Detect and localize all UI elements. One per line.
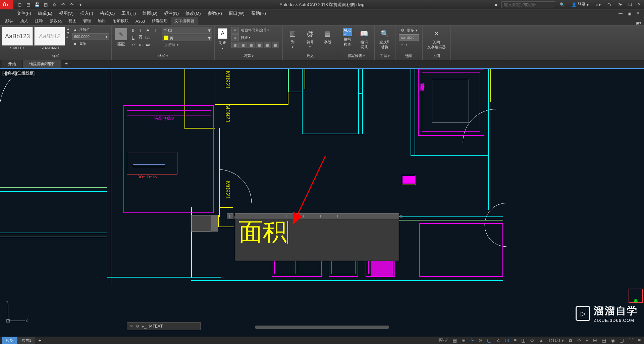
status-grid-icon[interactable]: ▦ (451, 338, 458, 343)
status-cycling-icon[interactable]: ⟳ (529, 338, 536, 343)
tab-view[interactable]: 视图 (65, 17, 80, 25)
bullet-icon[interactable]: ≡ (231, 27, 239, 34)
color-dropdown[interactable]: 黄 ▾ (162, 35, 212, 41)
spellcheck-button[interactable]: ABC✓ 拼写 检查 (340, 27, 355, 48)
status-lock-icon[interactable]: ▤ (600, 338, 607, 343)
viewport-label[interactable]: [-][俯视][二维线框] (1, 70, 36, 77)
close-editor-button[interactable]: ✕ 关闭 文字编辑器 (425, 27, 448, 51)
align-tr[interactable]: ▦ (248, 42, 255, 48)
linespace-icon[interactable]: I≡ (231, 34, 239, 41)
qa-new-icon[interactable]: ▢ (16, 1, 23, 8)
minimize-icon[interactable]: — (617, 1, 625, 7)
dictionary-button[interactable]: 📖 编辑 词典 (356, 27, 372, 51)
status-otrack-icon[interactable]: ⊡ (504, 338, 511, 343)
status-iso-icon[interactable]: ◇ (576, 338, 582, 343)
text-height-input[interactable]: 600.0000▾ (72, 33, 109, 40)
status-lineweight-icon[interactable]: ≡ (513, 338, 518, 343)
tab-output[interactable]: 输出 (95, 17, 109, 25)
layout-add-icon[interactable]: + (36, 338, 44, 344)
menu-draw[interactable]: 绘图(D) (139, 9, 161, 17)
status-transparency-icon[interactable]: ◫ (520, 338, 527, 343)
bold-button[interactable]: B (130, 27, 137, 34)
status-workspace-icon[interactable]: ⊞ (592, 338, 598, 343)
status-snap-icon[interactable]: ⊞ (460, 338, 467, 343)
menu-format[interactable]: 格式(O) (97, 9, 118, 17)
underline-button[interactable]: U (130, 34, 137, 41)
ribbon-minimize-icon[interactable]: ▣▾ (636, 21, 641, 25)
font-dropdown[interactable]: ᵀᴬ txt ▾ (162, 27, 212, 34)
align-mr[interactable]: ▦ (272, 42, 279, 48)
ucs-icon[interactable]: Y X (5, 301, 28, 324)
case-button[interactable]: Aa (145, 42, 151, 48)
style-preview-2[interactable]: AaBb12 (34, 27, 65, 46)
search-icon[interactable]: 🔍 (558, 2, 567, 7)
tab-addins[interactable]: 附加模块 (109, 17, 132, 25)
drawing-canvas[interactable]: [-][俯视][二维线框] 液晶电视墙 BO+TD+TP M0921 M0921… (0, 69, 644, 338)
group-tools-label[interactable]: 工具 (377, 53, 393, 59)
status-clean-icon[interactable]: ▢ (618, 338, 625, 343)
tab-default[interactable]: 默认 (2, 17, 17, 25)
mtext-editor[interactable]: L ◇ 面积 (235, 213, 399, 261)
cart-icon[interactable]: ⬡ (605, 2, 613, 7)
tab-annotate[interactable]: 注释 (32, 17, 46, 25)
status-osnap-icon[interactable]: ▢ (486, 338, 493, 343)
status-model[interactable]: 模型 (437, 337, 449, 343)
align-tl[interactable]: ▦ (231, 42, 239, 48)
qa-plot-icon[interactable]: ⎙ (51, 1, 58, 8)
menu-parametric[interactable]: 参数(P) (204, 9, 225, 17)
qa-undo-icon[interactable]: ↶ (60, 1, 66, 8)
status-gear-icon[interactable]: ✿ (567, 338, 574, 343)
doc-minimize-icon[interactable]: — (616, 10, 625, 17)
tab-a360[interactable]: A360 (132, 18, 148, 25)
menu-window[interactable]: 窗口(W) (225, 9, 248, 17)
subscript-button[interactable]: X₂ (137, 42, 144, 48)
status-hwaccel-icon[interactable]: ◉ (609, 338, 616, 343)
menu-dimension[interactable]: 标注(N) (161, 9, 182, 17)
annotative-toggle[interactable]: ▲注释性 (72, 27, 109, 32)
qa-saveas-icon[interactable]: ▤ (42, 1, 49, 8)
clear-button[interactable]: ◫清除 ▾ (162, 42, 212, 47)
font-icon[interactable]: T (152, 27, 159, 34)
menu-modify[interactable]: 修改(M) (182, 9, 204, 17)
match-button[interactable]: ✎ 匹配 (114, 27, 128, 48)
italic-button[interactable]: I (137, 27, 144, 34)
stacked-button[interactable]: b/a (145, 34, 151, 41)
menu-file[interactable]: 文件(F) (13, 9, 35, 17)
horizontal-scrollbar[interactable] (0, 325, 644, 330)
status-polar-icon[interactable]: ⊙ (477, 338, 484, 343)
doc-restore-icon[interactable]: ▣ (625, 10, 633, 17)
style-expand[interactable]: ≡ (66, 36, 70, 39)
justify-button[interactable]: A 对正▾ (217, 27, 229, 51)
layout-model-tab[interactable]: 模型 (2, 337, 17, 344)
align-mc[interactable]: ▦ (264, 42, 271, 48)
group-format-label[interactable]: 格式 (114, 53, 212, 59)
superscript-button[interactable]: X² (130, 42, 137, 48)
login-button[interactable]: 👤 登录 ▾ (570, 2, 591, 7)
search-input[interactable] (501, 1, 555, 8)
close-icon[interactable]: ✕ (635, 1, 643, 7)
qa-dropdown-icon[interactable]: ▾ (77, 1, 84, 8)
undo-redo[interactable]: ↶ ↷ (399, 42, 419, 48)
tab-text-editor[interactable]: 文字编辑器 (171, 17, 198, 25)
group-spelling-label[interactable]: 拼写检查 (340, 53, 372, 59)
tab-insert[interactable]: 插入 (17, 17, 32, 25)
status-ortho-icon[interactable]: └ (469, 338, 475, 343)
overline-button[interactable]: O (137, 34, 144, 41)
style-scroll-up[interactable]: ▲ (66, 27, 70, 31)
findreplace-button[interactable]: 🔍 查找和 替换 (377, 27, 393, 51)
doc-tab-start[interactable]: 开始 (2, 60, 22, 68)
status-plus-icon[interactable]: + (584, 338, 590, 343)
status-3dosnap-icon[interactable]: ∠ (495, 338, 502, 343)
tab-featured[interactable]: 精选应用 (148, 17, 171, 25)
group-paragraph-label[interactable]: 段落 (217, 53, 280, 59)
mask-toggle[interactable]: ■遮罩 (72, 41, 109, 46)
field-button[interactable]: ▤ 字段 (320, 27, 336, 46)
style-scroll-down[interactable]: ▼ (66, 31, 70, 35)
doc-tab-add-icon[interactable]: + (61, 59, 71, 68)
status-annoscale-icon[interactable]: ▲ (538, 338, 545, 343)
ruler-handle-icon[interactable]: ◇ (399, 213, 403, 219)
qa-save-icon[interactable]: 💾 (34, 1, 40, 8)
menu-view[interactable]: 视图(V) (56, 9, 77, 17)
text-ruler[interactable]: ◇ (235, 213, 399, 219)
app-logo[interactable]: A▾ (0, 0, 13, 9)
